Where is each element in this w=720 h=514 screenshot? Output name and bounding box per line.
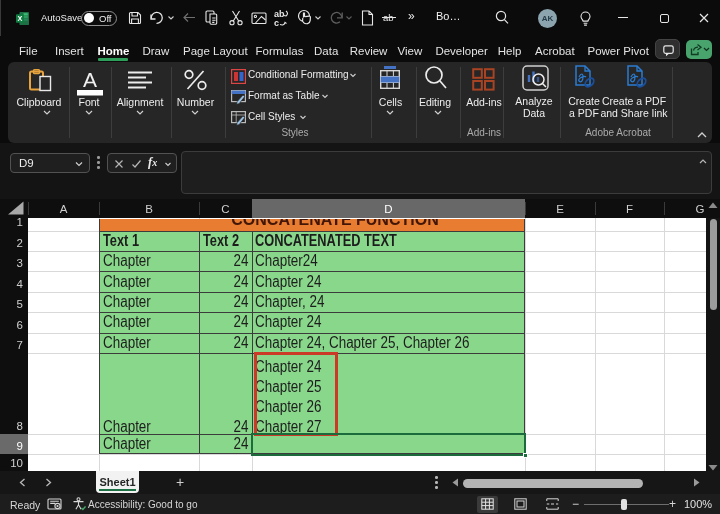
svg-text:X: X xyxy=(18,14,23,23)
svg-text:A: A xyxy=(83,68,97,91)
svg-text:c: c xyxy=(274,18,279,27)
